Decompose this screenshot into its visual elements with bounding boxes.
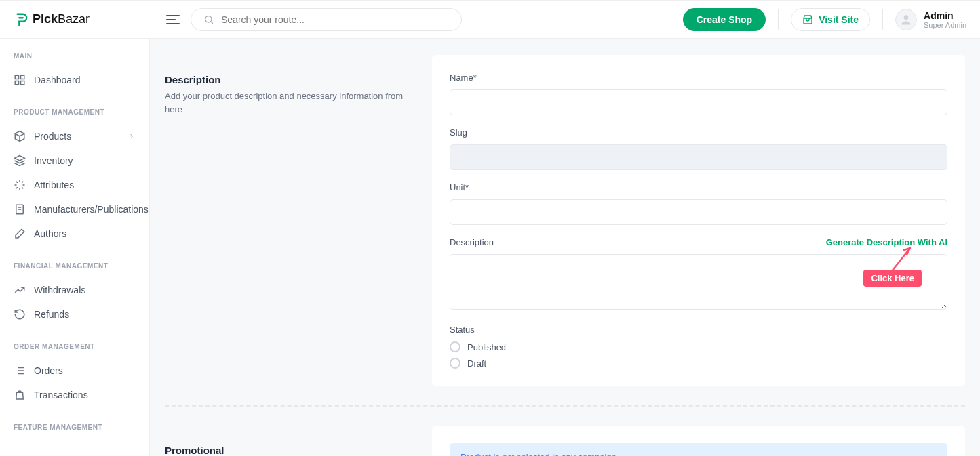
generate-ai-link[interactable]: Generate Description With AI bbox=[826, 237, 947, 247]
document-icon bbox=[14, 203, 26, 215]
sidebar-item-manufacturers[interactable]: Manufacturers/Publications bbox=[0, 197, 149, 222]
label-unit: Unit* bbox=[450, 182, 947, 192]
menu-toggle-icon[interactable] bbox=[166, 15, 180, 24]
callout-badge: Click Here bbox=[863, 270, 922, 287]
sidebar-item-refunds[interactable]: Refunds bbox=[0, 302, 149, 327]
main-content: Description Add your product description… bbox=[150, 39, 980, 456]
input-slug[interactable] bbox=[450, 144, 947, 170]
sidebar-item-inventory[interactable]: Inventory bbox=[0, 148, 149, 173]
sidebar-item-withdrawals[interactable]: Withdrawals bbox=[0, 278, 149, 302]
svg-point-0 bbox=[205, 16, 212, 22]
radio-published[interactable]: Published bbox=[450, 341, 947, 352]
shop-icon bbox=[802, 14, 813, 25]
sidebar-section-feature: FEATURE MANAGEMENT bbox=[0, 423, 149, 439]
sidebar-item-transactions[interactable]: Transactions bbox=[0, 383, 149, 407]
logo[interactable]: PickBazar bbox=[14, 12, 149, 27]
sidebar-item-products[interactable]: Products bbox=[0, 124, 149, 148]
sidebar-section-order: ORDER MANAGEMENT bbox=[0, 343, 149, 358]
svg-rect-4 bbox=[15, 81, 18, 85]
user-name: Admin bbox=[924, 10, 966, 21]
brand-part1: Pick bbox=[33, 12, 58, 26]
list-icon bbox=[14, 365, 26, 377]
label-name: Name* bbox=[450, 72, 947, 83]
info-banner: Product is not selected in any campaign. bbox=[450, 443, 947, 456]
bag-icon bbox=[14, 389, 26, 401]
promotional-card: Product is not selected in any campaign. bbox=[432, 426, 965, 456]
svg-rect-5 bbox=[21, 81, 24, 85]
visit-site-button[interactable]: Visit Site bbox=[791, 8, 870, 31]
sparkle-icon bbox=[14, 179, 26, 191]
sidebar-item-authors[interactable]: Authors bbox=[0, 222, 149, 246]
brand-part2: Bazar bbox=[58, 12, 90, 26]
svg-rect-3 bbox=[21, 75, 24, 79]
user-menu[interactable]: Admin Super Admin bbox=[895, 9, 966, 30]
sidebar-section-main: MAIN bbox=[0, 52, 149, 68]
sidebar-item-dashboard[interactable]: Dashboard bbox=[0, 68, 149, 92]
input-unit[interactable] bbox=[450, 199, 947, 225]
search-icon bbox=[203, 14, 214, 25]
search-input[interactable] bbox=[221, 14, 449, 25]
sidebar-section-product: PRODUCT MANAGEMENT bbox=[0, 108, 149, 124]
user-icon bbox=[899, 13, 913, 26]
sidebar-item-attributes[interactable]: Attributes bbox=[0, 173, 149, 197]
radio-icon bbox=[450, 341, 460, 352]
avatar bbox=[895, 9, 917, 30]
svg-rect-2 bbox=[15, 75, 18, 79]
chevron-right-icon bbox=[128, 132, 136, 140]
trending-icon bbox=[14, 284, 26, 296]
section-title-description: Description bbox=[165, 74, 416, 85]
description-card: Name* Slug Unit* Description Generate De… bbox=[432, 55, 965, 386]
label-status: Status bbox=[450, 325, 947, 335]
logo-icon bbox=[14, 12, 28, 27]
radio-draft[interactable]: Draft bbox=[450, 358, 947, 369]
input-name[interactable] bbox=[450, 89, 947, 115]
create-shop-button[interactable]: Create Shop bbox=[683, 8, 766, 31]
refund-icon bbox=[14, 308, 26, 320]
divider bbox=[778, 9, 779, 30]
box-icon bbox=[14, 130, 26, 142]
search-box[interactable] bbox=[191, 8, 462, 31]
label-slug: Slug bbox=[450, 127, 947, 138]
label-description: Description bbox=[450, 237, 494, 247]
header: PickBazar Create Shop Visit Site Admin S… bbox=[0, 0, 980, 39]
divider bbox=[882, 9, 883, 30]
user-role: Super Admin bbox=[924, 21, 966, 29]
section-divider bbox=[165, 405, 965, 407]
sidebar-section-financial: FINANCIAL MANAGEMENT bbox=[0, 262, 149, 278]
layers-icon bbox=[14, 154, 26, 167]
radio-icon bbox=[450, 358, 460, 369]
svg-point-1 bbox=[904, 15, 909, 20]
dashboard-icon bbox=[14, 74, 26, 86]
pen-icon bbox=[14, 228, 26, 240]
sidebar-item-orders[interactable]: Orders bbox=[0, 358, 149, 383]
section-title-promotional: Promotional bbox=[165, 444, 416, 456]
sidebar: MAIN Dashboard PRODUCT MANAGEMENT Produc… bbox=[0, 39, 150, 456]
section-desc-description: Add your product description and necessa… bbox=[165, 89, 416, 116]
